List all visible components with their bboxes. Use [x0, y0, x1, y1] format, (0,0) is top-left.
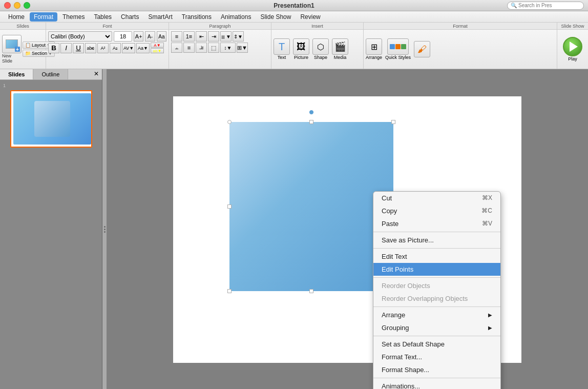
- subscript-button[interactable]: A₂: [110, 43, 121, 53]
- clear-format-button[interactable]: Aa: [157, 31, 166, 42]
- menu-animations[interactable]: Animations: [217, 12, 255, 22]
- menu-themes[interactable]: Themes: [58, 12, 89, 22]
- line-spacing-button[interactable]: ↕▼: [220, 43, 236, 53]
- italic-button[interactable]: I: [60, 43, 72, 53]
- increase-indent[interactable]: ⇥: [208, 31, 219, 42]
- ctx-reorder-overlapping-label: Reorder Overlapping Objects: [382, 295, 468, 302]
- ctx-copy-label: Copy: [382, 207, 397, 215]
- menu-tables[interactable]: Tables: [90, 12, 116, 22]
- ribbon-group-label-insert: Insert: [271, 23, 364, 29]
- section-label-text: Section: [32, 51, 47, 56]
- search-bar[interactable]: 🔍: [507, 2, 584, 10]
- slide-thumbnail[interactable]: [10, 90, 92, 148]
- ctx-paste-shortcut: ⌘V: [482, 220, 492, 227]
- ctx-set-default-label: Set as Default Shape: [382, 340, 445, 348]
- search-input[interactable]: [518, 3, 575, 8]
- menu-slideshow[interactable]: Slide Show: [256, 12, 295, 22]
- insert-group: T Text 🖼 Picture ⬡ Shape 🎬 Media: [271, 30, 364, 69]
- slide-number: 1: [3, 83, 99, 88]
- maximize-button[interactable]: [24, 2, 30, 9]
- handle-top-right[interactable]: [391, 120, 395, 124]
- menu-review[interactable]: Review: [296, 12, 324, 22]
- font-size-input[interactable]: [114, 31, 132, 42]
- align-center[interactable]: ≡: [183, 43, 195, 53]
- font-spacing-button[interactable]: AV▼: [122, 43, 135, 53]
- context-menu-item-format-text[interactable]: Format Text...: [373, 351, 500, 363]
- handle-middle-left[interactable]: [227, 204, 232, 209]
- media-label: Media: [334, 55, 347, 60]
- align-right[interactable]: ⫡: [196, 43, 207, 53]
- font-case-button[interactable]: Aa▼: [136, 43, 150, 53]
- context-menu-item-edit-points[interactable]: Edit Points: [373, 263, 500, 276]
- context-menu-item-edit-text[interactable]: Edit Text: [373, 250, 500, 263]
- menu-charts[interactable]: Charts: [117, 12, 143, 22]
- font-size-decrease[interactable]: A-: [145, 31, 155, 42]
- font-color-button[interactable]: A▼: [151, 43, 164, 48]
- handle-bottom-left[interactable]: [227, 289, 232, 293]
- ctx-edit-text-label: Edit Text: [382, 253, 407, 260]
- format-color-button[interactable]: 🖌: [414, 41, 430, 57]
- decrease-indent[interactable]: ⇤: [196, 31, 207, 42]
- context-menu-item-paste[interactable]: Paste ⌘V: [373, 217, 500, 230]
- layout-label: 📋: [25, 43, 31, 48]
- ctx-paste-label: Paste: [382, 220, 398, 228]
- picture-label: Picture: [294, 55, 308, 60]
- minimize-button[interactable]: [14, 2, 20, 9]
- titlebar: Presentation1 🔍: [0, 0, 588, 11]
- bullets-button[interactable]: ≡: [171, 31, 182, 42]
- handle-dot-1: [104, 226, 106, 228]
- arrange-button[interactable]: ⊞ Arrange: [366, 38, 382, 60]
- handle-bottom-middle[interactable]: [309, 289, 313, 293]
- play-button[interactable]: Play: [563, 37, 582, 62]
- menu-transitions[interactable]: Transitions: [178, 12, 216, 22]
- new-slide-button[interactable]: + New Slide: [2, 35, 22, 64]
- quick-styles-button[interactable]: Quick Styles: [385, 38, 411, 60]
- sidebar-close-button[interactable]: ✕: [91, 69, 102, 79]
- columns-button[interactable]: ⫼▼: [220, 31, 232, 42]
- font-size-increase[interactable]: A+: [134, 31, 143, 42]
- context-menu-item-animations[interactable]: Animations...: [373, 380, 500, 390]
- bold-button[interactable]: B: [48, 43, 59, 53]
- picture-insert-button[interactable]: 🖼 Picture: [293, 38, 309, 60]
- selected-shape[interactable]: [229, 122, 393, 291]
- highlight-color-button[interactable]: ab▼: [151, 48, 164, 53]
- align-left[interactable]: ⫠: [171, 43, 182, 53]
- context-menu-item-save-as-picture[interactable]: Save as Picture...: [373, 234, 500, 247]
- context-menu-item-cut[interactable]: Cut ⌘X: [373, 192, 500, 204]
- justify-button[interactable]: ⬚: [208, 43, 219, 53]
- handle-top-left[interactable]: [227, 120, 232, 124]
- rotate-handle[interactable]: [309, 110, 314, 115]
- close-button[interactable]: [4, 2, 11, 9]
- text-label: Text: [278, 55, 286, 60]
- tab-slides[interactable]: Slides: [0, 69, 33, 79]
- underline-button[interactable]: U: [73, 43, 84, 53]
- context-menu-item-copy[interactable]: Copy ⌘C: [373, 204, 500, 217]
- menu-home[interactable]: Home: [4, 12, 29, 22]
- ctx-separator-6: [373, 378, 500, 378]
- context-menu-item-grouping[interactable]: Grouping ▶: [373, 321, 500, 334]
- handle-dot-3: [104, 231, 106, 233]
- ctx-edit-points-label: Edit Points: [382, 265, 413, 273]
- sidebar: Slides Outline ✕ 1: [0, 69, 102, 389]
- menu-format[interactable]: Format: [30, 12, 57, 22]
- font-family-selector[interactable]: Calibri (Body): [48, 31, 112, 42]
- context-menu-item-set-default[interactable]: Set as Default Shape: [373, 338, 500, 351]
- canvas-area[interactable]: Cut ⌘X Copy ⌘C Paste ⌘V Save as Picture.…: [107, 69, 588, 389]
- arrange-label: Arrange: [366, 55, 382, 60]
- slide-canvas[interactable]: Cut ⌘X Copy ⌘C Paste ⌘V Save as Picture.…: [173, 96, 521, 363]
- menu-smartart[interactable]: SmartArt: [144, 12, 176, 22]
- context-menu-item-arrange[interactable]: Arrange ▶: [373, 309, 500, 321]
- text-direction-button[interactable]: ⇕▼: [233, 31, 244, 42]
- superscript-button[interactable]: A²: [97, 43, 109, 53]
- shape-insert-button[interactable]: ⬡ Shape: [312, 38, 329, 60]
- numbering-button[interactable]: 1≡: [183, 31, 195, 42]
- strikethrough-button[interactable]: abc̶: [85, 43, 96, 53]
- convert-to-smartart[interactable]: ⊞▼: [237, 43, 248, 53]
- section-icon: 📁: [25, 51, 31, 56]
- context-menu-item-format-shape[interactable]: Format Shape...: [373, 363, 500, 376]
- handle-top-middle[interactable]: [309, 120, 313, 124]
- text-insert-button[interactable]: T Text: [274, 38, 290, 60]
- media-insert-button[interactable]: 🎬 Media: [332, 38, 348, 60]
- tab-outline[interactable]: Outline: [33, 69, 68, 79]
- collapse-handle[interactable]: [102, 69, 107, 389]
